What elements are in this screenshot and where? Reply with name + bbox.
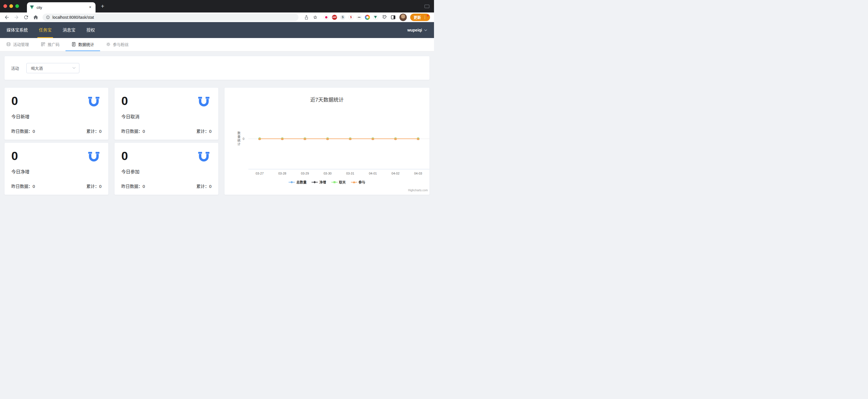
stat-card-join-today: 0 今日参加 昨日数据：0 累计：0 — [114, 142, 219, 195]
tab-activity-manage[interactable]: 活动管理 — [6, 38, 35, 51]
back-button[interactable] — [4, 15, 10, 20]
filter-label: 活动 — [11, 65, 19, 71]
gear-icon — [106, 42, 111, 47]
legend-label: 总数量 — [296, 180, 306, 184]
yesterday-stat: 昨日数据：0 — [11, 128, 35, 134]
magnet-icon — [197, 95, 211, 109]
browser-tab[interactable]: city × — [27, 2, 96, 12]
total-stat: 累计：0 — [196, 128, 212, 134]
stat-title: 今日新增 — [11, 113, 101, 120]
update-button[interactable]: 更新 ⋮ — [410, 13, 430, 21]
tab-close-icon[interactable]: × — [88, 5, 93, 10]
window-zoom-button[interactable] — [15, 4, 19, 8]
browser-toolbar: localhost:8080/task/stat ABP S $ co 更新 ⋮ — [0, 12, 434, 22]
vue-favicon-icon — [30, 5, 34, 9]
share-icon[interactable] — [304, 15, 309, 20]
svg-text:03-29: 03-29 — [301, 172, 309, 175]
stat-card-cancel-today: 0 今日取消 昨日数据：0 累计：0 — [114, 87, 219, 140]
sub-nav: 活动管理 推广码 数据统计 参与粉丝 — [0, 38, 434, 51]
legend-item[interactable]: 参与 — [351, 180, 365, 184]
extension-icon-co[interactable]: co — [356, 15, 362, 20]
svg-text:03-31: 03-31 — [346, 172, 354, 175]
nav-item-auth[interactable]: 授权 — [83, 22, 98, 38]
user-menu[interactable]: wupeiqi — [407, 28, 427, 32]
window-minimize-button[interactable] — [9, 4, 13, 8]
magnet-icon — [197, 150, 211, 164]
filter-card: 活动 喝大酒 — [4, 56, 430, 80]
chevron-down-icon — [72, 67, 76, 69]
svg-text:03-27: 03-27 — [256, 172, 264, 175]
browser-menu-icon[interactable]: ⋮ — [422, 15, 428, 20]
bookmark-star-icon[interactable] — [313, 15, 318, 20]
chart-title: 近7天数据统计 — [224, 96, 430, 104]
extension-icon-1[interactable] — [324, 15, 329, 20]
legend-label: 取关 — [339, 180, 346, 184]
total-stat: 累计：0 — [196, 183, 212, 189]
chevron-down-icon — [424, 29, 427, 31]
site-info-icon[interactable] — [46, 15, 50, 19]
chart-card: 近7天数据统计 03-2703-2803-2903-3003-3104-0104… — [224, 87, 430, 195]
extensions-cluster: ABP S $ co — [320, 15, 378, 20]
activity-select[interactable]: 喝大酒 — [26, 63, 80, 73]
legend-label: 参与 — [359, 180, 365, 184]
legend-circle-marker — [288, 180, 295, 184]
nav-item-media-system[interactable]: 媒体宝系统 — [3, 22, 31, 38]
database-icon — [6, 42, 11, 47]
home-button[interactable] — [33, 15, 38, 20]
window-controls — [3, 4, 19, 8]
y-axis-title: 数量统计 — [237, 132, 241, 146]
forward-button[interactable] — [13, 15, 19, 20]
extensions-puzzle-icon[interactable] — [382, 15, 387, 20]
address-bar[interactable]: localhost:8080/task/stat — [42, 13, 299, 21]
stat-card-net-today: 0 今日净增 昨日数据：0 累计：0 — [4, 142, 108, 195]
total-stat: 累计：0 — [87, 183, 101, 189]
profile-avatar[interactable] — [399, 13, 407, 21]
svg-text:0: 0 — [243, 137, 244, 140]
extension-icon-orange[interactable] — [365, 15, 370, 20]
stat-card-new-today: 0 今日新增 昨日数据：0 累计：0 — [4, 87, 108, 140]
update-label: 更新 — [413, 15, 421, 20]
yesterday-stat: 昨日数据：0 — [11, 183, 35, 189]
window-layout-icon[interactable] — [424, 4, 430, 8]
svg-text:03-30: 03-30 — [323, 172, 331, 175]
username: wupeiqi — [407, 28, 422, 32]
total-stat: 累计：0 — [87, 128, 101, 134]
tab-label: 推广码 — [48, 41, 60, 47]
new-tab-button[interactable]: + — [99, 3, 106, 10]
stat-title: 今日净增 — [11, 168, 101, 175]
selected-activity: 喝大酒 — [31, 65, 43, 71]
document-icon — [71, 42, 76, 47]
stat-title: 今日参加 — [121, 168, 212, 175]
chart-plot-area: 03-2703-2803-2903-3003-3104-0104-0204-03… — [224, 105, 430, 196]
legend-label: 净增 — [319, 180, 326, 184]
extension-icon-pay[interactable]: $ — [348, 15, 353, 20]
legend-triangle-marker — [351, 180, 357, 184]
tab-label: 数据统计 — [78, 41, 94, 47]
tab-promo-code[interactable]: 推广码 — [35, 38, 65, 51]
browser-titlebar: city × + — [0, 0, 434, 12]
extension-icon-s[interactable]: S — [340, 15, 345, 20]
tab-data-stats[interactable]: 数据统计 — [65, 38, 100, 51]
yesterday-stat: 昨日数据：0 — [121, 128, 145, 134]
extension-icon-adblock[interactable]: ABP — [332, 15, 337, 20]
tab-label: 活动管理 — [13, 41, 29, 47]
app-top-nav: 媒体宝系统 任务宝 消息宝 授权 wupeiqi — [0, 22, 434, 38]
tab-fans[interactable]: 参与粉丝 — [100, 38, 135, 51]
magnet-icon — [87, 95, 101, 109]
svg-text:04-03: 04-03 — [414, 172, 422, 175]
highcharts-credit-link[interactable]: Highcharts.com — [408, 189, 428, 192]
legend-item[interactable]: 净增 — [312, 180, 326, 184]
nav-item-message[interactable]: 消息宝 — [60, 22, 79, 38]
reload-button[interactable] — [23, 15, 29, 20]
url-text: localhost:8080/task/stat — [53, 15, 94, 20]
legend-item[interactable]: 取关 — [331, 180, 346, 184]
side-panel-icon[interactable] — [391, 15, 396, 20]
legend-diamond-marker — [312, 180, 318, 184]
legend-item[interactable]: 总数量 — [288, 180, 306, 184]
extension-icon-vue[interactable] — [373, 15, 378, 20]
legend-square-marker — [331, 180, 338, 184]
notification-dot — [427, 15, 429, 17]
nav-item-task[interactable]: 任务宝 — [36, 22, 55, 38]
window-close-button[interactable] — [3, 4, 7, 8]
stat-title: 今日取消 — [121, 113, 212, 120]
